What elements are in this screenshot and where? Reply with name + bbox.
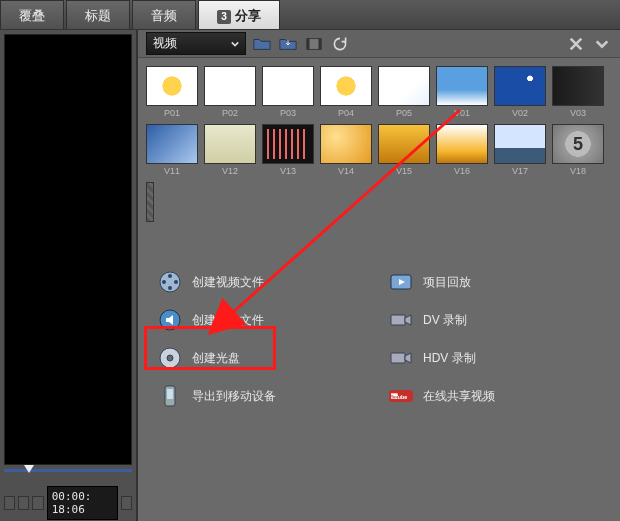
thumb-label: V11 [164, 166, 180, 176]
open-folder-button[interactable] [252, 35, 272, 53]
thumb-label: V01 [454, 108, 470, 118]
action-label: 创建声音文件 [192, 312, 264, 329]
top-tab-bar: 覆叠 标题 音频 3分享 [0, 0, 620, 30]
tab-label: 分享 [235, 8, 261, 23]
library-thumb[interactable]: P02 [204, 66, 256, 118]
audio-icon [158, 308, 182, 332]
folder-icon [253, 36, 271, 52]
thumb-image [262, 124, 314, 164]
library-thumb[interactable]: V15 [378, 124, 430, 176]
playhead-marker-icon[interactable] [24, 465, 34, 473]
disc-icon [158, 346, 182, 370]
library-thumb[interactable]: V13 [262, 124, 314, 176]
playhead-bar[interactable] [4, 469, 132, 489]
thumb-label: V12 [222, 166, 238, 176]
library-thumb[interactable]: V03 [552, 66, 604, 118]
library-category-dropdown[interactable]: 视频 [146, 32, 246, 55]
step-button[interactable] [121, 496, 132, 510]
export-mobile-button[interactable]: 导出到移动设备 [158, 384, 369, 408]
clip-properties-button[interactable] [304, 35, 324, 53]
menu-caret-icon [593, 36, 611, 52]
tab-number-badge: 3 [217, 10, 231, 24]
timecode-display[interactable]: 00:00: 18:06 [47, 486, 118, 520]
import-folder-button[interactable] [278, 35, 298, 53]
thumb-label: P02 [222, 108, 238, 118]
folder-down-icon [279, 36, 297, 52]
refresh-button[interactable] [330, 35, 350, 53]
svg-point-5 [174, 280, 178, 284]
dv-record-button[interactable]: DV 录制 [389, 308, 600, 332]
library-thumb[interactable]: V18 [552, 124, 604, 176]
dv-camera-icon [389, 308, 413, 332]
svg-rect-1 [307, 38, 310, 49]
thumb-image [552, 124, 604, 164]
refresh-icon [331, 36, 349, 52]
thumb-image [320, 66, 372, 106]
library-thumb[interactable] [146, 182, 154, 222]
library-thumb[interactable]: V16 [436, 124, 488, 176]
library-thumb[interactable]: V02 [494, 66, 546, 118]
project-playback-button[interactable]: 项目回放 [389, 270, 600, 294]
svg-rect-13 [391, 353, 405, 363]
thumb-label: P05 [396, 108, 412, 118]
action-label: HDV 录制 [423, 350, 476, 367]
create-audio-file-button[interactable]: 创建声音文件 [158, 308, 369, 332]
thumb-label: V15 [396, 166, 412, 176]
action-label: 在线共享视频 [423, 388, 495, 405]
thumb-image [436, 124, 488, 164]
tab-share[interactable]: 3分享 [198, 0, 280, 29]
hdv-record-button[interactable]: HDV 录制 [389, 346, 600, 370]
preview-pane: 00:00: 18:06 [0, 30, 138, 521]
right-panel: 视频 [138, 30, 620, 521]
thumb-label: V17 [512, 166, 528, 176]
action-label: 创建视频文件 [192, 274, 264, 291]
share-actions: 创建视频文件 项目回放 创建声音文件 [138, 230, 620, 521]
thumb-label: V16 [454, 166, 470, 176]
thumb-image [552, 66, 604, 106]
split-button[interactable] [32, 496, 43, 510]
thumb-image [146, 182, 154, 222]
svg-point-12 [167, 355, 173, 361]
svg-rect-10 [391, 315, 405, 325]
library-thumb[interactable]: V12 [204, 124, 256, 176]
mark-out-button[interactable] [18, 496, 29, 510]
action-label: DV 录制 [423, 312, 467, 329]
mark-in-button[interactable] [4, 496, 15, 510]
tab-title[interactable]: 标题 [66, 0, 130, 29]
thumb-image [204, 66, 256, 106]
thumb-label: V03 [570, 108, 586, 118]
library-thumb[interactable]: V14 [320, 124, 372, 176]
thumb-label: P01 [164, 108, 180, 118]
library-thumb[interactable]: P05 [378, 66, 430, 118]
thumb-image [146, 66, 198, 106]
create-video-file-button[interactable]: 创建视频文件 [158, 270, 369, 294]
library-toolbar: 视频 [138, 30, 620, 58]
thumb-label: V13 [280, 166, 296, 176]
library-thumb[interactable]: P03 [262, 66, 314, 118]
library-thumb[interactable]: P04 [320, 66, 372, 118]
library-thumb[interactable]: V17 [494, 124, 546, 176]
thumb-image [204, 124, 256, 164]
create-disc-button[interactable]: 创建光盘 [158, 346, 369, 370]
preview-video[interactable] [4, 34, 132, 465]
library-thumb[interactable]: V01 [436, 66, 488, 118]
svg-point-7 [162, 280, 166, 284]
toolbar-menu-button[interactable] [592, 35, 612, 53]
thumb-image [378, 124, 430, 164]
online-share-button[interactable]: TubeYou 在线共享视频 [389, 384, 600, 408]
library-thumb-grid: P01P02P03P04P05V01V02V03V11V12V13V14V15V… [138, 58, 620, 230]
tab-overlay[interactable]: 覆叠 [0, 0, 64, 29]
action-label: 创建光盘 [192, 350, 240, 367]
library-thumb[interactable]: V11 [146, 124, 198, 176]
tab-audio[interactable]: 音频 [132, 0, 196, 29]
playback-icon [389, 270, 413, 294]
thumb-image [146, 124, 198, 164]
library-thumb[interactable]: P01 [146, 66, 198, 118]
thumb-image [320, 124, 372, 164]
action-label: 项目回放 [423, 274, 471, 291]
chevron-down-icon [231, 40, 239, 48]
tab-label: 覆叠 [19, 8, 45, 23]
thumb-label: V18 [570, 166, 586, 176]
svg-text:You: You [391, 394, 399, 399]
toolbar-close-button[interactable] [566, 35, 586, 53]
